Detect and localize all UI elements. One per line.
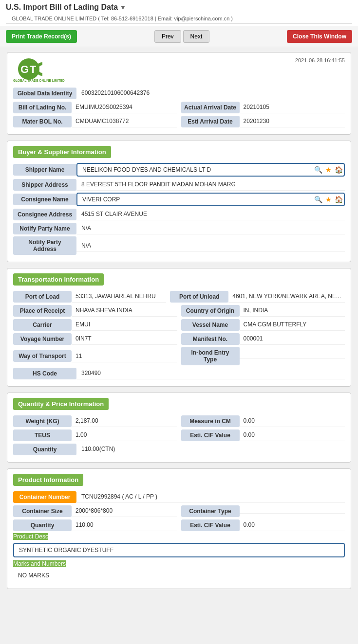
shipper-address-row: Shipper Address 8 EVEREST 5TH FLOOR PAND… (13, 179, 345, 191)
container-size-label: Container Size (13, 505, 72, 517)
carrier-value: EMUI (72, 319, 177, 331)
actual-arrival-col: Actual Arrival Date 20210105 (181, 101, 345, 113)
consignee-address-label: Consignee Address (13, 209, 76, 220)
container-number-value: TCNU2992894 ( AC / L / PP ) (76, 491, 345, 503)
container-size-type-row: Container Size 2000*806*800 Container Ty… (13, 505, 345, 517)
home-icon[interactable]: 🏠 (335, 166, 343, 174)
logo: G T GLOBAL TRADE ONLINE LIMITED (13, 57, 76, 84)
prev-button[interactable]: Prev (154, 30, 181, 43)
timestamp: 2021-06-28 16:41:55 (295, 57, 345, 63)
quantity-label: Quantity (13, 444, 76, 455)
master-bol-row: Mater BOL No. CMDUAMC1038772 Esti Arriva… (13, 115, 345, 127)
place-receipt-label: Place of Receipt (13, 305, 72, 317)
quantity-row: Quantity 110.00(CTN) (13, 443, 345, 455)
voyage-manifest-row: Voyage Number 0IN7T Manifest No. 000001 (13, 333, 345, 345)
shipper-name-row: Shipper Name NEELIKON FOOD DYES AND CHEM… (13, 163, 345, 177)
marks-label: Marks and Numbers (13, 560, 66, 567)
nav-buttons: Prev Next (154, 30, 209, 43)
consignee-address-row: Consignee Address 4515 ST CLAIR AVENUE (13, 208, 345, 220)
logo-image: G T GLOBAL TRADE ONLINE LIMITED (13, 57, 76, 84)
product-quantity-value: 110.00 (72, 519, 177, 531)
carrier-vessel-row: Carrier EMUI Vessel Name CMA CGM BUTTERF… (13, 319, 345, 331)
container-number-label: Container Number (13, 491, 76, 503)
consignee-name-label: Consignee Name (13, 194, 76, 205)
toolbar: Print Trade Record(s) Prev Next Close Th… (0, 26, 358, 47)
consignee-home-icon[interactable]: 🏠 (335, 196, 343, 203)
teus-value: 1.00 (72, 429, 177, 441)
voyage-number-label: Voyage Number (13, 333, 72, 345)
svg-text:GLOBAL TRADE ONLINE LIMITED: GLOBAL TRADE ONLINE LIMITED (13, 79, 65, 82)
manifest-no-value: 000001 (240, 333, 345, 345)
print-button[interactable]: Print Trade Record(s) (6, 30, 77, 43)
teus-cif-row: TEUS 1.00 Esti. CIF Value 0.00 (13, 429, 345, 441)
measure-label: Measure in CM (181, 415, 240, 427)
carrier-label: Carrier (13, 319, 72, 331)
port-unload-value: 4601, NEW YORK/NEWARK AREA, NE... (228, 290, 345, 303)
country-origin-value: IN, INDIA (240, 304, 345, 317)
marks-value: NO MARKS (13, 569, 345, 582)
page-title: U.S. Import Bill of Lading Data (6, 3, 118, 11)
weight-label: Weight (KG) (13, 415, 72, 427)
main-content: G T GLOBAL TRADE ONLINE LIMITED 2021-06-… (0, 47, 358, 600)
buyer-supplier-header: Buyer & Supplier Information (13, 146, 111, 158)
consignee-star-icon[interactable]: ★ (325, 196, 332, 203)
notify-party-address-label: Notify Party Address (13, 236, 76, 255)
hs-code-value: 320490 (76, 367, 345, 379)
svg-text:T: T (30, 63, 37, 75)
port-load-row: Port of Load 53313, JAWAHARLAL NEHRU Por… (13, 290, 345, 303)
product-quantity-label: Quantity (13, 519, 72, 531)
star-icon[interactable]: ★ (325, 166, 332, 174)
country-origin-label: Country of Origin (181, 305, 240, 317)
container-type-value (240, 508, 345, 514)
weight-measure-row: Weight (KG) 2,187.00 Measure in CM 0.00 (13, 415, 345, 427)
consignee-search-icon[interactable]: 🔍 (314, 196, 322, 203)
consignee-name-row: Consignee Name VIVERI CORP 🔍 ★ 🏠 (13, 193, 345, 206)
search-icon[interactable]: 🔍 (314, 166, 322, 174)
bol-value: EMUIMU20S0025394 (72, 101, 177, 113)
port-load-value: 53313, JAWAHARLAL NEHRU (72, 290, 166, 303)
next-button[interactable]: Next (183, 30, 210, 43)
close-button[interactable]: Close This Window (287, 30, 352, 43)
shipper-name-label: Shipper Name (13, 164, 76, 176)
master-bol-col: Mater BOL No. CMDUAMC1038772 (13, 115, 177, 127)
transportation-header: Transportation Information (13, 273, 104, 286)
bol-row: Bill of Lading No. EMUIMU20S0025394 Actu… (13, 101, 345, 113)
notify-party-address-row: Notify Party Address N/A (13, 236, 345, 255)
actual-arrival-value: 20210105 (240, 101, 345, 113)
receipt-origin-row: Place of Receipt NHAVA SHEVA INDIA Count… (13, 304, 345, 317)
transportation-card: Transportation Information Port of Load … (7, 268, 351, 387)
consignee-action-icons: 🔍 ★ 🏠 (314, 196, 343, 203)
esti-cif-label: Esti. CIF Value (181, 429, 240, 441)
bol-col: Bill of Lading No. EMUIMU20S0025394 (13, 101, 177, 113)
inbond-entry-value (240, 354, 345, 359)
global-data-label: Global Data Identity (13, 88, 76, 99)
shipper-address-label: Shipper Address (13, 179, 76, 191)
master-bol-label: Mater BOL No. (13, 116, 72, 127)
way-transport-label: Way of Transport (13, 350, 72, 362)
port-unload-label: Port of Unload (170, 291, 228, 303)
product-qty-cif-row: Quantity 110.00 Esti. CIF Value 0.00 (13, 519, 345, 531)
logo-card: G T GLOBAL TRADE ONLINE LIMITED 2021-06-… (7, 52, 351, 135)
global-data-value: 600320210106000642376 (76, 87, 345, 99)
hs-code-label: HS Code (13, 368, 76, 379)
esti-arrival-label: Esti Arrival Date (181, 116, 240, 127)
svg-text:G: G (20, 63, 29, 75)
way-inbond-row: Way of Transport 11 In-bond Entry Type (13, 347, 345, 365)
subtitle: GLOBAL TRADE ONLINE LIMITED ( Tel: 86-51… (6, 13, 352, 24)
notify-party-name-row: Notify Party Name N/A (13, 222, 345, 234)
esti-arrival-value: 20201230 (240, 115, 345, 127)
voyage-number-value: 0IN7T (72, 333, 177, 345)
product-desc-value: SYNTHETIC ORGANIC DYESTUFF (13, 543, 345, 557)
quantity-price-card: Quantity & Price Information Weight (KG)… (7, 393, 351, 463)
place-receipt-value: NHAVA SHEVA INDIA (72, 304, 177, 317)
shipper-name-value: NEELIKON FOOD DYES AND CHEMICALS LT D (76, 163, 345, 177)
product-esti-cif-value: 0.00 (240, 519, 345, 531)
master-bol-value: CMDUAMC1038772 (72, 115, 177, 127)
actual-arrival-label: Actual Arrival Date (181, 102, 240, 113)
marks-section: Marks and Numbers NO MARKS (13, 560, 345, 582)
manifest-no-label: Manifest No. (181, 333, 240, 345)
product-card: Product Information Container Number TCN… (7, 468, 351, 589)
measure-value: 0.00 (240, 415, 345, 427)
notify-party-name-value: N/A (76, 222, 345, 234)
product-desc-section: Product Desc SYNTHETIC ORGANIC DYESTUFF (13, 533, 345, 557)
